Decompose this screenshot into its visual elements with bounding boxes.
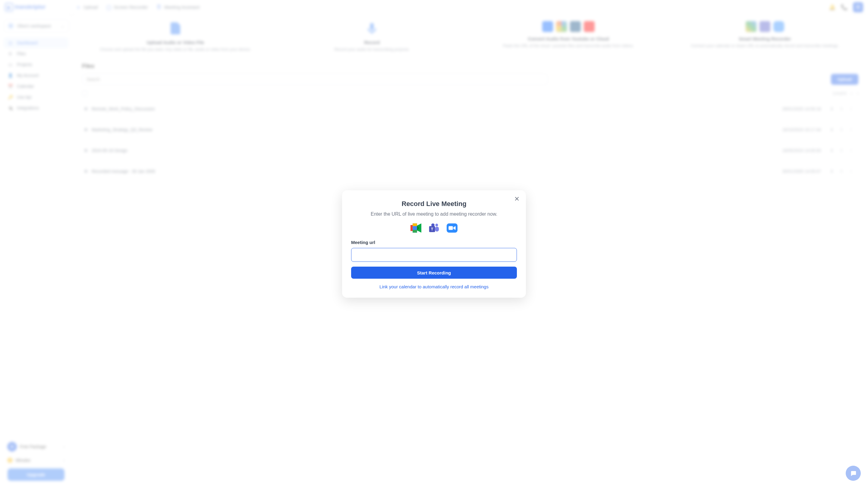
close-icon <box>515 196 519 201</box>
svg-rect-1 <box>410 225 412 231</box>
svg-rect-10 <box>435 227 439 232</box>
svg-rect-13 <box>448 226 453 230</box>
zoom-icon <box>447 223 458 233</box>
svg-rect-3 <box>412 224 417 226</box>
modal-overlay: Record Live Meeting Enter the URL of liv… <box>0 0 868 488</box>
google-meet-icon <box>410 223 421 233</box>
meeting-url-input[interactable] <box>351 248 517 262</box>
close-button[interactable] <box>515 196 519 201</box>
meeting-url-label: Meeting url <box>351 240 517 245</box>
modal-app-icons: T <box>351 223 517 233</box>
svg-point-7 <box>435 224 438 227</box>
record-live-meeting-modal: Record Live Meeting Enter the URL of liv… <box>342 190 526 298</box>
link-calendar-link[interactable]: Link your calendar to automatically reco… <box>351 284 517 289</box>
svg-text:T: T <box>431 227 433 231</box>
modal-title: Record Live Meeting <box>351 200 517 208</box>
svg-rect-4 <box>412 230 417 233</box>
start-recording-button[interactable]: Start Recording <box>351 267 517 279</box>
microsoft-teams-icon: T <box>429 223 439 233</box>
modal-subtitle: Enter the URL of live meeting to add mee… <box>351 211 517 217</box>
